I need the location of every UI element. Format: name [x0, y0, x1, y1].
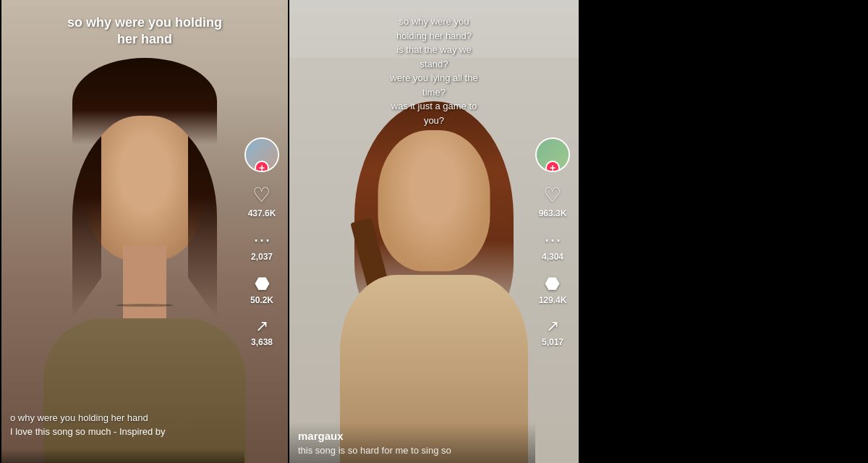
share-button-2[interactable]: ↗ 5,017 [542, 318, 563, 347]
creator-avatar-1[interactable]: + [244, 137, 279, 172]
like-count-2: 963.3K [539, 208, 567, 218]
share-icon-2: ↗ [546, 318, 559, 334]
neck [123, 246, 166, 318]
creator-avatar-2[interactable]: + [535, 137, 570, 172]
username-2: margaux [298, 430, 527, 442]
action-buttons-1: + ♡ 437.6K ⋯ 2,037 ⬣ 50.2K ↗ 3,638 [244, 137, 279, 347]
share-button-1[interactable]: ↗ 3,638 [251, 318, 273, 347]
bookmark-icon-2: ⬣ [545, 275, 560, 292]
necklace [116, 304, 174, 307]
like-button-1[interactable]: ♡ 437.6K [248, 185, 276, 218]
save-count-2: 129.4K [539, 295, 567, 305]
save-button-1[interactable]: ⬣ 50.2K [250, 275, 273, 305]
like-button-2[interactable]: ♡ 963.3K [539, 185, 567, 218]
comment-button-1[interactable]: ⋯ 2,037 [251, 232, 273, 262]
bottom-info-1: o why were you holding her hand I love t… [1, 449, 244, 463]
caption-2: this song is so hard for me to sing so [298, 445, 527, 456]
caption-line2-1: I love this song so much - Inspired by [10, 425, 194, 438]
top-lyric-text-2: so why were you holding her hand? is tha… [289, 14, 579, 127]
comment-button-2[interactable]: ⋯ 4,304 [542, 232, 563, 262]
face [87, 116, 203, 260]
face-2 [378, 130, 490, 271]
bottom-info-2: margaux this song is so hard for me to s… [289, 422, 535, 463]
comment-icon-1: ⋯ [253, 232, 271, 249]
share-icon-1: ↗ [255, 318, 268, 334]
share-count-1: 3,638 [251, 337, 273, 347]
bookmark-icon-1: ⬣ [255, 275, 270, 292]
follow-button-2[interactable]: + [545, 161, 560, 172]
action-buttons-2: + ♡ 963.3K ⋯ 4,304 ⬣ 129.4K ↗ 5,017 [535, 137, 570, 347]
like-icon-2: ♡ [543, 185, 561, 205]
video-panel-2: so why were you holding her hand? is tha… [289, 0, 579, 463]
video-panel-1: so why were you holding her hand + ♡ 437… [0, 0, 289, 463]
body-shirt [43, 318, 246, 463]
like-count-1: 437.6K [248, 208, 276, 218]
follow-button-1[interactable]: + [255, 161, 269, 172]
save-count-1: 50.2K [250, 295, 273, 305]
like-icon-1: ♡ [252, 185, 271, 205]
share-count-2: 5,017 [542, 337, 563, 347]
save-button-2[interactable]: ⬣ 129.4K [539, 275, 567, 305]
comment-count-1: 2,037 [251, 252, 273, 262]
comment-count-2: 4,304 [542, 252, 563, 262]
caption-line1-1: o why were you holding her hand [10, 412, 194, 423]
comment-icon-2: ⋯ [544, 232, 561, 249]
top-lyric-text-1: so why were you holding her hand [1, 14, 288, 48]
